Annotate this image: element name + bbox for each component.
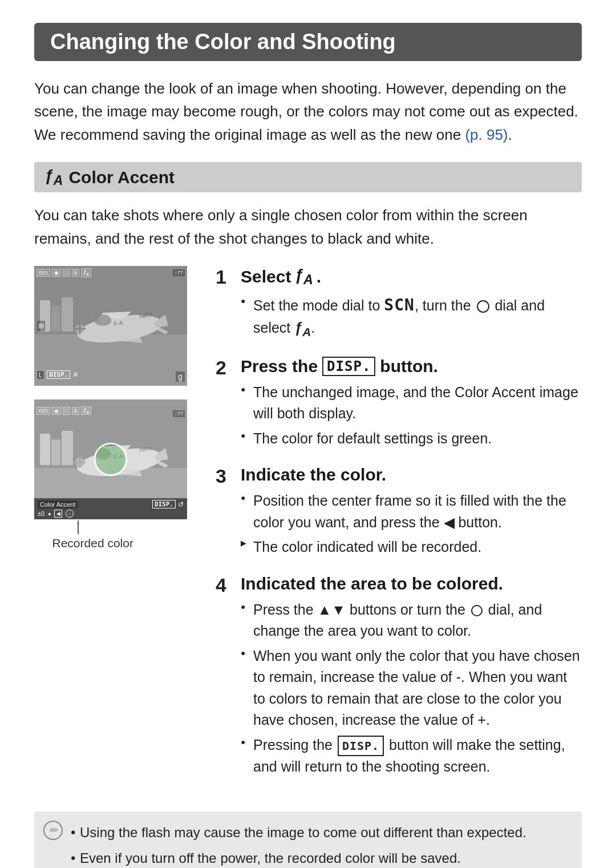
cam1-square-icon: □ (63, 269, 70, 277)
main-content: NRY F-A ISO ◉ □ â ƒA ↑77 (34, 266, 582, 793)
page-title: Changing the Color and Shooting (50, 30, 566, 54)
cam1-top-left-icons: ISO ◉ □ â ƒA (37, 268, 91, 277)
camera-screen-2: NRY F-A ISO ◉ □ â ƒA (34, 399, 187, 519)
note-list: Using the flash may cause the image to c… (68, 822, 568, 868)
step-4-title-text: Indicated the area to be colored. (241, 574, 503, 594)
cam2-bottom-bar: Color Accent DISP. ↺ ±0 ♦ ◀ (34, 498, 187, 519)
step-4-bullet-2: When you want only the color that you ha… (241, 645, 582, 731)
cam1-fa-icon: ƒA (81, 268, 91, 277)
cam2-disp-btn: DISP. (152, 500, 176, 508)
images-column: NRY F-A ISO ◉ □ â ƒA ↑77 (34, 266, 194, 793)
step-3-bullet-1: Position the center frame so it is fille… (241, 490, 582, 533)
cam2-return-icon: ↺ (178, 500, 184, 508)
cam2-circle-btn: ○ (66, 510, 74, 518)
step-4-number: 4 (216, 574, 226, 596)
intro-link[interactable]: (p. 95) (465, 126, 508, 143)
step-3-title-text: Indicate the color. (241, 465, 386, 485)
cam1-disp-btn: DISP. (47, 370, 70, 379)
section-icon: ƒA (44, 167, 63, 188)
cam2-top-right: ↑77 (173, 402, 185, 419)
step-1-number: 1 (216, 266, 226, 288)
cam2-color-accent-label: Color Accent (38, 500, 78, 508)
cam2-top-icons: ISO ◉ □ â ƒA ↑77 (37, 402, 185, 419)
step-2: 2 Press the DISP. button. The unchanged … (241, 357, 582, 450)
step-2-button: button. (380, 357, 438, 376)
steps-wrapper: 1 Select ƒA . Set the mode dial to SCN, … (212, 266, 582, 777)
step-4-title: Indicated the area to be colored. (241, 574, 582, 594)
disp-box-icon: DISP. (322, 357, 375, 376)
step-3: 3 Indicate the color. Position the cente… (241, 465, 582, 558)
fa-label-inline: ƒA (294, 320, 311, 336)
scn-label: SCN (384, 293, 415, 317)
cam1-grid-icon: ⊞ (37, 321, 45, 331)
annotation-pointer (78, 520, 79, 534)
cam1-battery-icon: ↑77 (173, 269, 185, 276)
step-2-number: 2 (216, 357, 226, 379)
cam2-fa-icon: ƒA (81, 406, 91, 415)
step-4: 4 Indicated the area to be colored. Pres… (241, 574, 582, 778)
cam2-left-arrow-icon: ◀ (56, 511, 60, 516)
dial-circle-icon-2 (471, 605, 483, 616)
cam2-mode-icon: ◉ (52, 407, 61, 415)
step-3-number: 3 (216, 465, 226, 487)
step-4-bullets: Press the ▲▼ buttons or turn the dial, a… (241, 599, 582, 778)
cam2-top-left-icons: ISO ◉ □ â ƒA (37, 406, 91, 415)
cam1-top-right: ↑77 (173, 269, 185, 276)
step-2-bullet-1: The unchanged image, and the Color Accen… (241, 382, 582, 425)
note-pencil-icon: ✏ (43, 821, 63, 840)
cam1-ui-overlay: ISO ◉ □ â ƒA ↑77 ⊞ L (34, 266, 187, 386)
step-2-title: Press the DISP. button. (241, 357, 582, 376)
step-1-bullet-1: Set the mode dial to SCN, turn the dial … (241, 293, 582, 341)
step-2-bullet-2: The color for default settings is green. (241, 428, 582, 450)
cam2-battery-icon: ↑77 (173, 410, 185, 417)
step-2-press-the: Press the (241, 357, 318, 376)
section-title: Color Accent (68, 168, 175, 187)
dial-circle-icon (477, 300, 489, 313)
step-3-bullets: Position the center frame so it is fille… (241, 490, 582, 558)
intro-paragraph: You can change the look of an image when… (34, 77, 582, 146)
page-title-bar: Changing the Color and Shooting (34, 23, 582, 61)
cam2-circle-icon: ○ (68, 511, 71, 516)
note-item-1: Using the flash may cause the image to c… (68, 822, 568, 843)
cam1-iso-icon: ISO (37, 269, 50, 277)
camera-screen-1: NRY F-A ISO ◉ □ â ƒA ↑77 (34, 266, 187, 386)
recorded-color-label: Recorded color (52, 536, 133, 550)
cam2-diamond-icon: ♦ (48, 511, 51, 517)
pointer-line (78, 520, 79, 534)
disp-box-inline: DISP. (338, 736, 384, 756)
cam2-disp-area: DISP. ↺ (152, 500, 184, 508)
cam1-top-icons: ISO ◉ □ â ƒA ↑77 (37, 268, 185, 277)
steps-column: 1 Select ƒA . Set the mode dial to SCN, … (212, 266, 582, 793)
step-4-bullet-3: Pressing the DISP. button will make the … (241, 734, 582, 778)
step-1: 1 Select ƒA . Set the mode dial to SCN, … (241, 266, 582, 341)
cam1-g-label: g (176, 372, 185, 382)
recorded-color-annotation: Recorded color (34, 520, 187, 550)
step-1-title-dot: . (317, 267, 321, 286)
step-3-title: Indicate the color. (241, 465, 582, 485)
step-1-fa-icon: ƒA (294, 266, 313, 288)
cam1-x-icon: ✕ (72, 370, 79, 379)
cam2-bottom-content: Color Accent DISP. ↺ (38, 500, 184, 508)
step-4-bullet-1: Press the ▲▼ buttons or turn the dial, a… (241, 599, 582, 642)
cam2-ui-overlay: ISO ◉ □ â ƒA ↑77 Color Accent (34, 399, 187, 519)
step-1-title: Select ƒA . (241, 266, 582, 288)
cam1-bottom-icons: L DISP. ✕ g (37, 366, 185, 383)
cam2-lock-icon: â (72, 407, 79, 415)
cam2-controls-row: ±0 ♦ ◀ ○ (38, 510, 184, 518)
cam2-square-icon: □ (63, 407, 70, 415)
cam1-bottom-right: g (176, 366, 185, 383)
svg-text:✏: ✏ (49, 825, 59, 836)
section-description: You can take shots where only a single c… (34, 204, 582, 250)
camera-screen-2-wrapper: NRY F-A ISO ◉ □ â ƒA (34, 399, 187, 550)
note-box: ✏ Using the flash may cause the image to… (34, 812, 582, 868)
cam2-pm-label: ±0 (38, 510, 44, 517)
cam1-l-label: L (37, 370, 44, 380)
step-3-bullet-2: The color indicated will be recorded. (241, 536, 582, 558)
cam1-mode-icon: ◉ (52, 269, 61, 277)
cam1-left-icons: ⊞ (37, 321, 45, 331)
cam1-lock-icon: â (72, 269, 79, 277)
step-1-title-select: Select (241, 267, 291, 286)
section-header: ƒA Color Accent (34, 162, 582, 193)
cam1-bottom-left: L DISP. ✕ (37, 370, 79, 380)
cam2-iso-icon: ISO (37, 407, 50, 415)
